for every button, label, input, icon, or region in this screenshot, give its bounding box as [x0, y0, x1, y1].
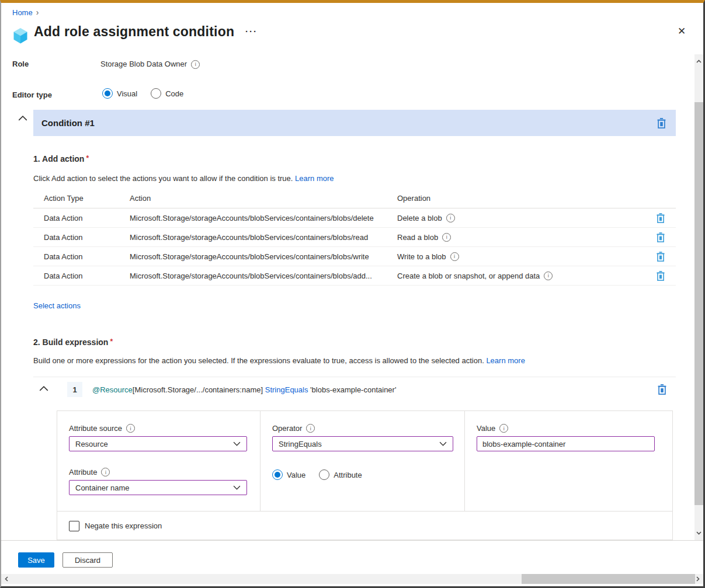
cell-action: Microsoft.Storage/storageAccounts/blobSe… — [130, 272, 397, 280]
delete-action-trash-icon[interactable] — [655, 231, 666, 243]
section-divider — [33, 377, 676, 377]
attribute-info-icon[interactable] — [101, 468, 110, 476]
value-info-icon[interactable] — [499, 424, 508, 433]
expression-summary: @Resource[Microsoft.Storage/.../containe… — [92, 385, 396, 394]
table-row: Data Action Microsoft.Storage/storageAcc… — [33, 208, 676, 228]
editor-type-radio-group: Visual Code — [102, 88, 193, 99]
scroll-down-arrow-icon[interactable] — [694, 528, 703, 538]
cell-operation: Create a blob or snapshot, or append dat… — [397, 272, 540, 280]
role-value-row: Storage Blob Data Owner — [100, 60, 200, 69]
role-label: Role — [12, 60, 29, 69]
cell-action-type: Data Action — [33, 272, 130, 280]
more-options-icon[interactable]: ··· — [245, 26, 258, 36]
operation-info-icon[interactable] — [544, 272, 553, 280]
col-header-action: Action — [130, 194, 397, 203]
horizontal-scrollbar[interactable] — [1, 574, 703, 584]
expression-builder-card: Attribute source Resource Attribute Cont… — [57, 410, 673, 540]
operation-info-icon[interactable] — [446, 214, 455, 222]
save-button[interactable]: Save — [18, 552, 54, 568]
condition-header-bar[interactable]: Condition #1 — [33, 110, 676, 136]
breadcrumb: Home› — [12, 8, 39, 17]
attribute-dropdown[interactable]: Container name — [69, 480, 247, 495]
cell-operation: Read a blob — [397, 233, 438, 242]
table-row: Data Action Microsoft.Storage/storageAcc… — [33, 228, 676, 247]
attribute-source-label-row: Attribute source — [69, 424, 248, 433]
chevron-down-icon — [439, 441, 447, 446]
value-input[interactable] — [477, 436, 655, 451]
breadcrumb-home-link[interactable]: Home — [12, 8, 33, 17]
chevron-down-icon — [233, 485, 241, 490]
operator-label: Operator — [272, 424, 302, 433]
role-value: Storage Blob Data Owner — [100, 60, 187, 69]
operation-info-icon[interactable] — [442, 233, 451, 242]
radio-value-label[interactable]: Value — [287, 471, 305, 479]
add-action-heading: 1. Add action* — [33, 154, 89, 163]
vertical-scrollbar-thumb[interactable] — [694, 102, 703, 505]
condition-title: Condition #1 — [41, 118, 95, 128]
operator-dropdown[interactable]: StringEquals — [272, 436, 453, 451]
add-role-assignment-condition-window: Home› Add role assignment condition ··· … — [0, 0, 705, 588]
role-info-icon[interactable] — [191, 60, 200, 69]
actions-table: Action Type Action Operation Data Action… — [33, 189, 676, 286]
scroll-left-arrow-icon[interactable] — [2, 574, 11, 584]
add-action-description: Click Add action to select the actions y… — [33, 174, 334, 183]
editor-type-label: Editor type — [12, 91, 52, 100]
cell-action: Microsoft.Storage/storageAccounts/blobSe… — [130, 252, 397, 261]
col-header-action-type: Action Type — [33, 194, 130, 203]
radio-value[interactable] — [272, 469, 283, 480]
vertical-scrollbar[interactable] — [694, 54, 703, 540]
delete-action-trash-icon[interactable] — [655, 250, 666, 263]
radio-code[interactable] — [151, 88, 161, 99]
build-expression-description: Build one or more expressions for the ac… — [33, 356, 525, 366]
negate-checkbox[interactable] — [69, 521, 79, 531]
operator-label-row: Operator — [272, 424, 453, 433]
radio-visual[interactable] — [102, 88, 113, 99]
build-expression-learn-more-link[interactable]: Learn more — [486, 356, 525, 365]
radio-attribute-label[interactable]: Attribute — [334, 471, 362, 479]
cell-action-type: Data Action — [33, 233, 130, 242]
value-kind-radio-group: Value Attribute — [272, 469, 453, 480]
build-expression-heading: 2. Build expression* — [33, 338, 113, 347]
horizontal-scrollbar-thumb[interactable] — [522, 574, 695, 584]
cell-action-type: Data Action — [33, 214, 130, 222]
attribute-source-info-icon[interactable] — [126, 424, 135, 433]
radio-code-label[interactable]: Code — [165, 89, 183, 98]
add-action-learn-more-link[interactable]: Learn more — [295, 174, 334, 183]
page-title: Add role assignment condition — [34, 24, 234, 40]
breadcrumb-chevron-icon: › — [36, 8, 39, 17]
resource-cube-icon — [12, 27, 29, 44]
delete-action-trash-icon[interactable] — [655, 212, 666, 224]
radio-attribute[interactable] — [319, 469, 329, 480]
attribute-source-dropdown[interactable]: Resource — [69, 436, 247, 451]
operator-column: Operator StringEquals Value Attribute — [261, 411, 465, 511]
delete-action-trash-icon[interactable] — [655, 270, 666, 282]
table-row: Data Action Microsoft.Storage/storageAcc… — [33, 247, 676, 266]
operation-info-icon[interactable] — [450, 252, 459, 261]
cell-action: Microsoft.Storage/storageAccounts/blobSe… — [130, 233, 397, 242]
required-asterisk: * — [110, 338, 113, 346]
discard-button[interactable]: Discard — [62, 552, 113, 568]
attribute-source-column: Attribute source Resource Attribute Cont… — [57, 411, 261, 511]
chevron-down-icon — [233, 441, 241, 446]
close-icon[interactable]: ✕ — [674, 24, 689, 39]
select-actions-link[interactable]: Select actions — [33, 301, 81, 311]
expression-value: 'blobs-example-container' — [310, 385, 396, 394]
actions-table-header: Action Type Action Operation — [33, 189, 676, 208]
scroll-right-arrow-icon[interactable] — [694, 574, 702, 584]
attribute-label-row: Attribute — [69, 468, 248, 476]
delete-expression-trash-icon[interactable] — [656, 383, 668, 396]
expression-path: [Microsoft.Storage/.../containers:name] — [133, 385, 263, 394]
cell-operation: Delete a blob — [397, 214, 442, 222]
condition-collapse-chevron-icon[interactable] — [17, 113, 29, 124]
expression-collapse-chevron-icon[interactable] — [38, 383, 50, 394]
negate-label[interactable]: Negate this expression — [85, 521, 162, 530]
attribute-source-label: Attribute source — [69, 424, 122, 433]
operator-info-icon[interactable] — [306, 424, 315, 433]
value-column: Value — [465, 411, 672, 511]
cell-action-type: Data Action — [33, 252, 130, 261]
radio-visual-label[interactable]: Visual — [117, 89, 137, 98]
scroll-up-arrow-icon[interactable] — [694, 56, 703, 67]
cell-operation: Write to a blob — [397, 252, 446, 261]
operator-value: StringEquals — [279, 440, 322, 448]
delete-condition-trash-icon[interactable] — [655, 117, 668, 130]
